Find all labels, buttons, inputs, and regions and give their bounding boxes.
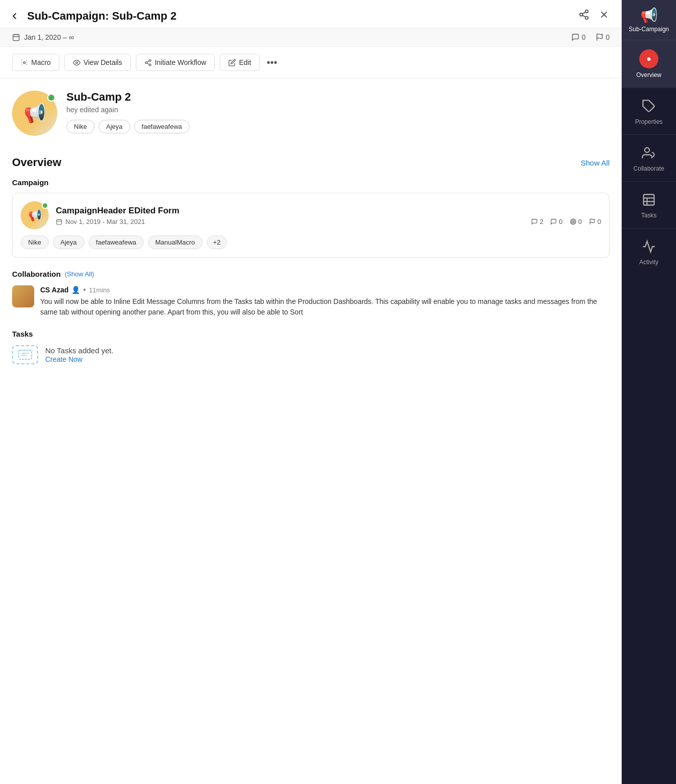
card-flag-icon [589,218,596,225]
create-now-link[interactable]: Create Now [45,355,82,363]
card-stats: 2 0 [531,218,601,225]
user-icon: 👤 [71,286,80,294]
svg-point-19 [76,61,78,63]
overview-section-header: Overview Show All [12,156,610,169]
date-text-label: Jan 1, 2020 – ∞ [24,33,74,41]
svg-line-24 [147,61,149,62]
messages-count: 0 [571,33,585,41]
more-icon: ••• [267,57,277,68]
properties-icon [640,97,658,115]
card-tag-faefaweafewa: faefaweafewa [89,236,144,249]
sidebar-item-activity[interactable]: Activity [622,228,676,275]
card-avatar-icon: 📢 [28,209,42,222]
sidebar-item-tasks[interactable]: Tasks [622,181,676,228]
card-msg-count: 0 [550,218,562,225]
subcampaign-icon: 📢 [640,7,658,24]
card-avatar: 📢 [21,201,49,229]
tasks-text-area: No Tasks added yet. Create Now [45,346,114,364]
card-sub-count: 2 [531,218,543,225]
collaboration-avatar [12,285,34,307]
date-bar: Jan 1, 2020 – ∞ 0 0 [0,28,622,47]
more-button[interactable]: ••• [267,57,277,68]
close-button[interactable] [599,9,610,23]
card-tags: Nike Ajeya faefaweafewa ManualMacro +2 [21,236,601,249]
card-tag-manualmacro: ManualMacro [148,236,203,249]
edit-button[interactable]: Edit [220,54,260,71]
msg-count-icon [550,218,557,225]
tasks-section: Tasks No Tasks added yet. Create Now [12,330,610,364]
tasks-empty-svg [18,349,33,360]
svg-point-20 [149,59,151,61]
macro-button[interactable]: Macro [12,54,59,71]
target-icon [570,218,576,225]
campaign-info: Sub-Camp 2 hey edited again Nike Ajeya f… [66,91,610,133]
sidebar-item-label-activity: Activity [639,259,658,266]
target-count-label: 0 [578,218,582,225]
collaboration-time: 11mins [89,286,110,294]
date-icons: 0 0 [571,33,610,41]
view-details-icon [73,59,80,66]
header-title: Sub-Campaign: Sub-Camp 2 [27,10,177,23]
share-button[interactable] [578,9,589,23]
campaign-profile: 📢 Sub-Camp 2 hey edited again Nike Ajeya… [0,79,622,144]
initiate-workflow-icon [144,59,152,66]
campaign-card-header: 📢 CampaignHeader EDited Form [21,201,601,229]
card-date-label: Nov 1, 2019 - Mar 31, 2021 [65,218,145,225]
svg-line-9 [582,15,585,17]
content-body: Overview Show All Campaign 📢 CampaignHea… [0,144,622,784]
messages-count-label: 0 [581,33,585,41]
tag-faefaweafewa: faefaweafewa [134,120,190,133]
sidebar-item-label-properties: Properties [635,118,663,125]
tasks-title: Tasks [12,330,610,338]
collaborator-name: CS Azad [40,286,68,294]
svg-point-18 [24,61,26,63]
view-details-label: View Details [83,58,122,66]
back-button[interactable] [9,11,20,22]
campaign-tags: Nike Ajeya faefaweafewa [66,120,610,133]
card-tag-nike: Nike [21,236,49,249]
show-all-link[interactable]: Show All [580,159,610,167]
sidebar-item-label-overview: Overview [636,71,661,79]
campaign-avatar: 📢 [12,91,57,136]
message-icon [571,33,579,41]
svg-point-21 [145,61,147,63]
flags-count-label: 0 [606,33,610,41]
toolbar: Macro View Details Initiate Workflow [0,47,622,79]
tag-ajeya: Ajeya [99,120,130,133]
sidebar-item-collaborate[interactable]: Collaborate [622,134,676,181]
svg-point-8 [585,17,588,19]
card-target-count: 0 [570,218,582,225]
svg-line-23 [147,63,149,64]
msg-count-label: 0 [559,218,562,225]
collaboration-show-all[interactable]: (Show All) [65,270,95,278]
campaign-name: Sub-Camp 2 [66,91,610,104]
header-right [578,9,610,23]
svg-point-6 [585,10,588,13]
flag-icon [596,33,604,41]
sidebar-item-overview[interactable]: ● Overview [622,40,676,88]
svg-rect-2 [644,195,654,205]
svg-point-22 [149,64,151,66]
sidebar-top-item[interactable]: 📢 Sub-Campaign [622,0,676,40]
card-meta: Nov 1, 2019 - Mar 31, 2021 2 [56,218,601,225]
svg-rect-13 [13,35,19,41]
view-details-button[interactable]: View Details [64,54,131,71]
date-range: Jan 1, 2020 – ∞ [12,33,74,41]
macro-icon [21,59,28,66]
tasks-icon [640,191,658,209]
sub-count-label: 2 [540,218,543,225]
svg-line-10 [582,12,585,14]
campaign-section-title: Campaign [12,178,610,187]
edit-icon [228,59,236,66]
campaign-description: hey edited again [66,106,610,114]
sidebar-item-properties[interactable]: Properties [622,88,676,134]
overview-icon: ● [639,49,658,68]
campaign-sub-section: Campaign 📢 CampaignHeader EDited Form [12,178,610,258]
card-date: Nov 1, 2019 - Mar 31, 2021 [56,218,145,225]
avatar-inner [12,285,34,307]
card-status-dot [42,202,48,209]
initiate-workflow-button[interactable]: Initiate Workflow [136,54,215,71]
collaboration-section: Collaboration (Show All) CS Azad 👤 • 11m… [12,270,610,318]
calendar-icon [12,33,20,41]
sidebar-top-label: Sub-Campaign [629,26,669,33]
